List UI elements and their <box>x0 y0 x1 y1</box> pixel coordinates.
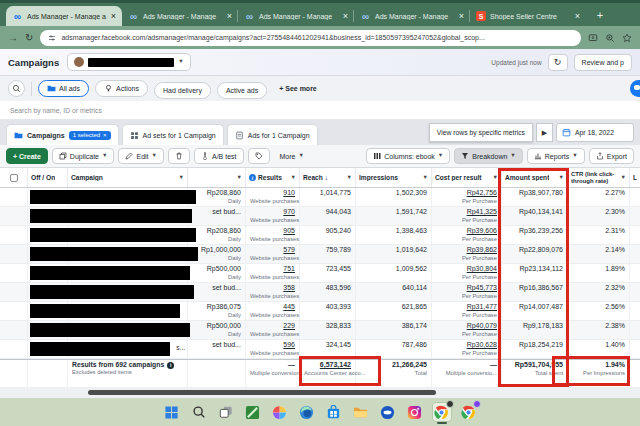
col-impressions[interactable]: Impressions▼ <box>356 168 432 187</box>
export-button[interactable]: Export <box>589 148 634 164</box>
results-cell[interactable]: 905Website purchases <box>246 226 300 244</box>
zoom-icon[interactable] <box>605 33 615 43</box>
cost-cell[interactable]: Rp40,079Per Purchase <box>432 321 502 339</box>
tab-close-icon[interactable]: × <box>227 12 232 21</box>
account-selector[interactable]: ▼ <box>67 53 190 71</box>
duplicate-button[interactable]: Duplicate▼ <box>52 148 115 164</box>
store-icon[interactable] <box>324 402 344 422</box>
more-button[interactable]: More▼ <box>274 148 310 164</box>
amount-spent-cell: Rp38,907,780 <box>502 188 568 206</box>
meta-logo-icon: ∞ <box>12 11 23 22</box>
bookmark-star-icon[interactable] <box>622 33 632 43</box>
date-range-picker[interactable]: Apr 18, 2022 <box>556 123 634 142</box>
tab-close-icon[interactable]: × <box>459 12 464 21</box>
app-blue-icon[interactable] <box>378 402 398 422</box>
review-publish-button[interactable]: Review and p <box>574 54 632 71</box>
results-cell[interactable]: 445Website purchases <box>246 302 300 320</box>
tab-ads[interactable]: Ads for 1 Campaign <box>227 124 318 145</box>
tab-adsets[interactable]: Ad sets for 1 Campaign <box>122 124 224 145</box>
edit-button[interactable]: Edit▼ <box>118 148 164 164</box>
site-settings-icon[interactable] <box>48 34 56 42</box>
ctr-cell: 2.56% <box>568 302 630 320</box>
tab-close-icon[interactable]: × <box>111 12 116 21</box>
selected-badge[interactable]: 1 selected× <box>69 131 111 140</box>
tab-close-icon[interactable]: × <box>343 12 348 21</box>
filter-pill[interactable]: Had delivery <box>154 82 211 99</box>
totals-reach[interactable]: 6,573,142Accounts Center acco... <box>300 360 356 387</box>
cost-cell[interactable]: Rp41,325Per Purchase <box>432 207 502 225</box>
tab-close-icon[interactable]: × <box>575 12 580 21</box>
cost-cell[interactable]: Rp31,477Per Purchase <box>432 302 502 320</box>
table-row: Rp208,860Daily 910Website purchases 1,01… <box>0 188 640 207</box>
results-cell[interactable]: 910Website purchases <box>246 188 300 206</box>
cost-cell[interactable]: Rp30,628Per Purchase <box>432 340 502 358</box>
chrome-profile-icon[interactable] <box>459 402 479 422</box>
edge-icon[interactable] <box>297 402 317 422</box>
impressions-cell: 1,398,463 <box>356 226 432 244</box>
col-results[interactable]: iResults▼ <box>246 168 300 187</box>
start-icon[interactable] <box>162 402 182 422</box>
chrome-icon[interactable] <box>432 402 452 422</box>
url-bar[interactable]: adsmanager.facebook.com/adsmanager/manag… <box>40 30 581 46</box>
cost-cell[interactable]: Rp39,862Per Purchase <box>432 245 502 263</box>
filter-pill[interactable]: Active ads <box>217 82 267 99</box>
browser-tab[interactable]: ∞ Ads Manager - Manage × <box>238 6 354 26</box>
delete-button[interactable] <box>168 148 190 164</box>
browser-tab[interactable]: ∞ Ads Manager - Manage × <box>354 6 470 26</box>
results-cell[interactable]: 970Website purchases <box>246 207 300 225</box>
results-cell[interactable]: 751Website purchases <box>246 264 300 282</box>
instagram-icon[interactable] <box>405 402 425 422</box>
cost-cell[interactable]: Rp39,606Per Purchase <box>432 226 502 244</box>
col-ctr[interactable]: CTR (link click-through rate)▼ <box>568 168 630 187</box>
task-view-icon[interactable] <box>216 402 236 422</box>
rules-button[interactable] <box>248 148 270 164</box>
install-app-icon[interactable] <box>588 33 598 43</box>
copilot-icon[interactable] <box>270 402 290 422</box>
help-chat-button[interactable] <box>630 80 640 97</box>
see-more-link[interactable]: + See more <box>279 85 317 92</box>
cost-cell[interactable]: Rp45,773Per Purchase <box>432 283 502 301</box>
col-budget[interactable]: ▼ <box>188 168 246 187</box>
amount-spent-cell: Rp40,134,141 <box>502 207 568 225</box>
results-cell[interactable]: 579Website purchases <box>246 245 300 263</box>
table-row: Rp500,000Daily 751Website purchases 723,… <box>0 264 640 283</box>
results-cell[interactable]: 229Website purchases <box>246 321 300 339</box>
cost-cell[interactable]: Rp30,804Per Purchase <box>432 264 502 282</box>
columns-button[interactable]: Columns: ebook▼ <box>366 148 450 164</box>
browser-tab[interactable]: ∞ Ads Manager - Manage a × <box>6 6 122 26</box>
browser-tab[interactable]: ∞ Ads Manager - Manage × <box>122 6 238 26</box>
search-button[interactable] <box>8 80 25 97</box>
tab-campaigns[interactable]: Campaigns 1 selected× <box>6 124 119 145</box>
results-cell[interactable]: 596Website purchases <box>246 340 300 358</box>
campaigns-table: Off / On Campaign▼ ▼ iResults▼ Reach ↓▼ … <box>0 168 640 387</box>
totals-cost: —Multiple conversio... <box>432 360 502 387</box>
amount-spent-cell: Rp16,386,567 <box>502 283 568 301</box>
new-tab-button[interactable]: + <box>592 7 608 23</box>
horizontal-scrollbar[interactable] <box>88 390 436 395</box>
cost-cell[interactable]: Rp42,756Per Purchase <box>432 188 502 206</box>
reload-icon[interactable]: ↻ <box>25 33 33 43</box>
filter-pill[interactable]: Actions <box>95 80 148 97</box>
select-all-checkbox[interactable] <box>10 174 18 182</box>
results-cell[interactable]: 358Website purchases <box>246 283 300 301</box>
copy-icon <box>59 152 67 160</box>
refresh-button[interactable]: ↻ <box>548 54 568 71</box>
reports-button[interactable]: Reports▼ <box>527 148 585 164</box>
search-input[interactable]: Search by name, ID or metrics <box>0 101 640 120</box>
forward-icon[interactable]: → <box>8 33 18 43</box>
app-green-icon[interactable] <box>243 402 263 422</box>
search-icon[interactable] <box>189 402 209 422</box>
create-button[interactable]: + Create <box>6 148 48 164</box>
expand-arrow-button[interactable]: ▶ <box>536 123 553 142</box>
browser-tab[interactable]: S Shopee Seller Centre × <box>470 6 586 26</box>
col-reach[interactable]: Reach ↓▼ <box>300 168 356 187</box>
file-explorer-icon[interactable] <box>351 402 371 422</box>
ctr-cell: 2.30% <box>568 207 630 225</box>
ab-test-button[interactable]: A/B test <box>194 148 244 164</box>
breakdown-button[interactable]: Breakdown▼ <box>454 148 522 164</box>
col-amount-spent[interactable]: Amount spent▼ <box>502 168 568 187</box>
col-campaign[interactable]: Campaign▼ <box>68 168 188 187</box>
impressions-cell: 1,591,742 <box>356 207 432 225</box>
filter-pill[interactable]: All ads <box>38 80 89 97</box>
col-cost-per-result[interactable]: Cost per result▼ <box>432 168 502 187</box>
